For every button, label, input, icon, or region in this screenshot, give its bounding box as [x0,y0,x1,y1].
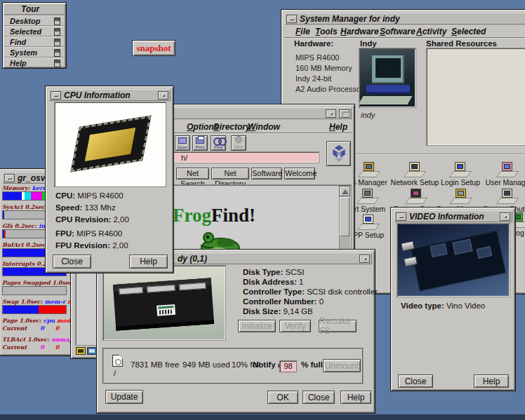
toolchest-item-desktop[interactable]: Desktop [4,15,65,26]
icon-label: User Manage [483,178,525,187]
window-title: VIDEO Information [409,212,484,221]
hardware-item: MIPS R4600 [295,53,339,62]
hardware-item: Indy 24-bit [295,74,331,83]
welcome-button[interactable]: Welcome [284,168,315,179]
snapshot-button[interactable]: snapshot [132,40,175,56]
toolchest-item-system[interactable]: System [4,47,65,57]
desktop-bottom-strip [0,414,525,420]
cpu-window-titlebar[interactable]: CPU Information [48,89,171,101]
print-button[interactable]: Print [192,135,208,151]
minimize-icon[interactable] [51,91,61,100]
launch-login-setup[interactable]: Login Setup [436,161,485,187]
net-directory-button[interactable]: Net Directory [211,168,249,179]
gr-osview-row: Swap 1.0sec:mem-rmemfr [2,298,70,317]
menu-window[interactable]: Window [248,122,280,132]
update-button[interactable]: Update [105,390,143,404]
video-window-titlebar[interactable]: VIDEO Information [394,210,512,222]
iconify-icon[interactable] [326,109,336,118]
free-space: 7831 MB free [131,360,179,370]
toolchest-title[interactable]: Tour [4,4,65,15]
shared-resources-panel [426,48,525,146]
cpu-revision-label: CPU Revision: [55,215,111,224]
sgi-cube-icon [330,144,348,163]
window-title: dy (0,1) [178,255,207,263]
used-space: 949 MB used [182,360,230,370]
system-manager-icon [359,161,379,177]
video-information-window: VIDEO Information Video type: Vino Video… [390,207,516,391]
disk-information-window: dy (0,1) Disk Type: SCSI Disk Address: 1… [96,249,376,414]
disk-type-label: Disk Type: [243,268,283,276]
iconify-icon[interactable] [500,212,510,221]
minimize-icon[interactable] [4,174,15,182]
software-button[interactable]: Software [251,168,282,179]
minimize-icon[interactable] [286,15,297,23]
help-button[interactable]: Help [340,391,371,404]
menu-selected[interactable]: Selected [451,27,486,36]
icon-label: Network Setup [390,178,439,187]
close-button[interactable]: Close [303,391,335,404]
gr-osview-row: Page 1.0sec:cpumoddmdCurrent000 [2,317,70,336]
disk-type-value: SCSI [286,268,305,276]
find-button[interactable]: Find [211,135,226,151]
maximize-icon[interactable] [339,109,350,118]
notify-suffix: % full [301,360,323,370]
submenu-drawer-icon [54,18,60,25]
menu-hardware[interactable]: Hardware [340,27,379,36]
toolchest-item-help[interactable]: Help [4,57,65,68]
status-icon-2 [87,347,97,355]
remake-fs-button[interactable]: Remake FS [319,320,357,332]
fpu-label: FPU: [55,229,74,238]
menu-activity[interactable]: Activity [416,27,446,36]
menu-directory[interactable]: Directory [213,122,251,132]
unmount-button[interactable]: Unmount [323,359,361,372]
mount-info-group: / 7831 MB free 949 MB used 10% full Noti… [102,348,364,384]
close-button[interactable]: Close [53,255,91,269]
scrollbar-thumb[interactable] [340,197,350,236]
open-icon [178,137,187,144]
hardware-item: A2 Audio Processor [295,85,364,93]
system-manager-menubar: File Tools Hardware Software Activity Se… [284,25,525,38]
net-search-button[interactable]: Net Search [176,168,209,179]
open-button[interactable]: Open [175,135,190,151]
stop-button[interactable]: Stop [231,135,246,151]
minimize-icon[interactable] [396,212,406,221]
help-button[interactable]: Help [474,374,509,388]
status-icon-1 [76,347,86,355]
print-icon [196,137,204,144]
initialize-button[interactable]: Initialize [238,320,276,332]
notify-threshold-input[interactable]: 98 [279,360,297,372]
controller-number-label: Controller Number: [243,297,317,306]
submenu-drawer-icon [54,49,60,57]
close-button[interactable]: Close [398,374,433,388]
mount-path: / [114,369,116,378]
barcode-label [157,304,175,316]
disk-drive-photo [102,265,226,341]
menu-file[interactable]: File [295,27,310,36]
ok-button[interactable]: OK [267,391,298,404]
url-input[interactable]: h/ [171,151,319,163]
menu-help[interactable]: Help [329,122,347,132]
menu-tools[interactable]: Tools [315,27,338,36]
system-setup-icon [406,187,426,204]
help-button[interactable]: Help [129,255,168,269]
disk-size-label: Disk Size: [243,307,281,316]
launch-user-manager[interactable]: User Manage [483,161,525,187]
toolchest-item-selected[interactable]: Selected [4,26,65,36]
launch-network-setup[interactable]: Network Setup [390,161,439,187]
sgi-logo-button[interactable] [326,141,351,166]
system-manager-titlebar[interactable]: System Manager for indy [284,13,525,25]
frogfind-heading: FrogFind! [173,205,255,226]
login-setup-icon [451,161,470,177]
menu-software[interactable]: Software [380,27,416,36]
restart-system-icon [358,187,378,204]
iconify-icon[interactable] [158,91,168,100]
iconify-icon[interactable] [359,255,370,263]
cpu-chip-photo [54,102,166,187]
scroll-up-icon[interactable] [339,186,350,196]
meter-bar [2,286,67,295]
gr-osview-row: TLBAct 1.0sec:unmapmpgsCurrent00 [2,336,70,355]
verify-button[interactable]: Verify [279,320,311,332]
gr-osview-row: Pages Swapped 1.0sec:swapin [2,279,70,298]
meter-current-values: Current00 [2,343,70,351]
toolchest-item-find[interactable]: Find [4,36,65,47]
